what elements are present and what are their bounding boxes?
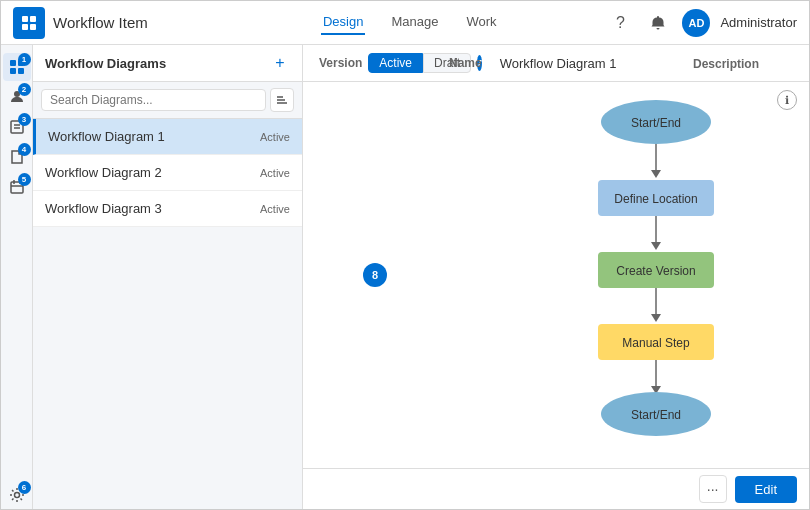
diagram-name-value: Workflow Diagram 1 — [500, 56, 617, 71]
diagram-canvas[interactable]: ℹ 8 Start/End Define Location — [303, 82, 809, 468]
top-nav: Design Manage Work — [213, 10, 606, 35]
svg-marker-23 — [651, 170, 661, 178]
notifications-button[interactable] — [644, 9, 672, 37]
search-input[interactable] — [41, 89, 266, 111]
col-version-header: Version — [319, 56, 362, 70]
svg-text:Define Location: Define Location — [614, 192, 697, 206]
badge-6: 6 — [18, 481, 31, 494]
search-bar — [33, 82, 302, 119]
bottom-bar: ··· Edit — [303, 468, 809, 509]
svg-rect-4 — [10, 60, 16, 66]
svg-rect-0 — [22, 16, 28, 22]
version-tab-active[interactable]: Active — [368, 53, 423, 73]
svg-rect-6 — [10, 68, 16, 74]
avatar: AD — [682, 9, 710, 37]
canvas-badge: 8 — [363, 263, 387, 287]
diagram-list: Workflow Diagram 1 Active Workflow Diagr… — [33, 119, 302, 509]
diagram-name-1: Workflow Diagram 1 — [48, 129, 165, 144]
admin-name: Administrator — [720, 15, 797, 30]
diagram-status-2: Active — [260, 167, 290, 179]
svg-rect-2 — [22, 24, 28, 30]
col-description-header: Description — [693, 57, 759, 71]
svg-rect-3 — [30, 24, 36, 30]
col-name-header: Name — [449, 56, 482, 70]
diagram-name-2: Workflow Diagram 2 — [45, 165, 162, 180]
badge-2: 2 — [18, 83, 31, 96]
sidebar-icon-1[interactable]: 1 — [3, 53, 31, 81]
left-panel: Workflow Diagrams + Workflow Diagram 1 A… — [33, 45, 303, 509]
app-icon — [13, 7, 45, 39]
sidebar-icon-5[interactable]: 5 — [3, 173, 31, 201]
svg-text:Start/End: Start/End — [631, 116, 681, 130]
badge-5: 5 — [18, 173, 31, 186]
svg-point-16 — [14, 493, 19, 498]
badge-4: 4 — [18, 143, 31, 156]
nav-work[interactable]: Work — [464, 10, 498, 35]
nav-design[interactable]: Design — [321, 10, 365, 35]
diagram-item-1[interactable]: Workflow Diagram 1 Active — [33, 119, 302, 155]
top-bar-left: Workflow Item — [13, 7, 213, 39]
sidebar-icons: 1 2 3 — [1, 45, 33, 509]
edit-button[interactable]: Edit — [735, 476, 797, 503]
add-diagram-button[interactable]: + — [270, 53, 290, 73]
sidebar-icon-6[interactable]: 6 — [3, 481, 31, 509]
svg-rect-1 — [30, 16, 36, 22]
svg-marker-31 — [651, 314, 661, 322]
diagram-item-3[interactable]: Workflow Diagram 3 Active — [33, 191, 302, 227]
sidebar-icon-2[interactable]: 2 — [3, 83, 31, 111]
left-panel-header: Workflow Diagrams + — [33, 45, 302, 82]
badge-3: 3 — [18, 113, 31, 126]
nav-manage[interactable]: Manage — [389, 10, 440, 35]
info-button[interactable]: ℹ — [777, 90, 797, 110]
app-container: Workflow Item Design Manage Work ? AD Ad… — [0, 0, 810, 510]
app-title: Workflow Item — [53, 14, 148, 31]
svg-rect-7 — [18, 68, 24, 74]
flowchart-svg: Start/End Define Location Create Version — [536, 92, 776, 468]
left-panel-title: Workflow Diagrams — [45, 56, 166, 71]
sidebar-icon-4[interactable]: 4 — [3, 143, 31, 171]
svg-marker-27 — [651, 242, 661, 250]
sidebar-icon-3[interactable]: 3 — [3, 113, 31, 141]
top-bar-right: ? AD Administrator — [606, 9, 797, 37]
sort-button[interactable] — [270, 88, 294, 112]
diagram-status-1: Active — [260, 131, 290, 143]
diagram-status-3: Active — [260, 203, 290, 215]
help-button[interactable]: ? — [606, 9, 634, 37]
badge-1: 1 — [18, 53, 31, 66]
diagram-item-2[interactable]: Workflow Diagram 2 Active — [33, 155, 302, 191]
diagram-name-3: Workflow Diagram 3 — [45, 201, 162, 216]
svg-text:Start/End: Start/End — [631, 408, 681, 422]
right-panel-header: Version Active Draft 7 Name Workflow Dia… — [303, 45, 809, 82]
ellipsis-button[interactable]: ··· — [699, 475, 727, 503]
right-panel: Version Active Draft 7 Name Workflow Dia… — [303, 45, 809, 509]
top-bar: Workflow Item Design Manage Work ? AD Ad… — [1, 1, 809, 45]
svg-text:Manual Step: Manual Step — [622, 336, 690, 350]
svg-text:Create Version: Create Version — [616, 264, 695, 278]
main-content: 1 2 3 — [1, 45, 809, 509]
